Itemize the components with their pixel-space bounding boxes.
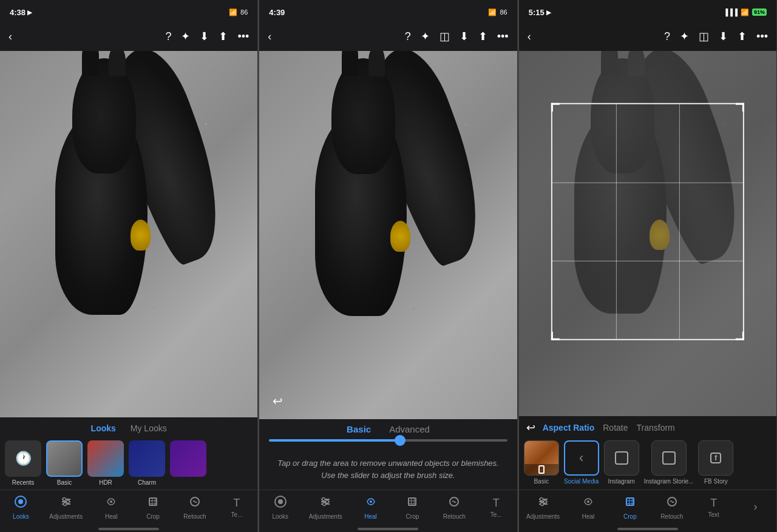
aspect-instagram[interactable]: Instagram	[604, 440, 639, 485]
nav-adjustments-3[interactable]: Adjustments	[526, 495, 560, 520]
nav-text-1[interactable]: T Te...	[223, 497, 250, 518]
svg-point-7	[63, 503, 66, 506]
nav-adjustments-1[interactable]: Adjustments	[49, 495, 83, 520]
ear-left-2	[342, 51, 359, 76]
crop-top-row: ↩ Aspect Ratio Rotate Transform	[519, 416, 776, 437]
aspect-instagram-stories[interactable]: Instagram Storie...	[644, 440, 694, 485]
nav-retouch-2[interactable]: Retouch	[441, 495, 467, 520]
status-time-3: 5:15 ▶	[529, 8, 551, 17]
nav-heal-label-3: Heal	[582, 513, 595, 520]
undo-button-2[interactable]: ↩	[268, 389, 288, 413]
nav-crop-2[interactable]: Crop	[399, 495, 426, 520]
nav-crop-label-1: Crop	[146, 513, 160, 520]
look-item-basic[interactable]: Basic	[46, 440, 83, 486]
squirrel-body-1	[39, 58, 206, 315]
nav-heal-1[interactable]: Heal	[98, 495, 124, 520]
nav-looks-icon-2	[274, 495, 287, 511]
share-icon-1[interactable]: ⬆	[219, 30, 228, 43]
svg-point-36	[587, 500, 589, 503]
transform-tab[interactable]: Transform	[636, 423, 674, 433]
panel-2: 4:39 📶 86 ‹ ? ✦ ◫ ⬇ ⬆ •••	[259, 0, 517, 532]
back-button-2[interactable]: ‹	[268, 30, 271, 43]
magic-icon-1[interactable]: ✦	[181, 30, 190, 43]
more-icon-3[interactable]: •••	[756, 30, 768, 43]
looks-tab-my-looks[interactable]: My Looks	[131, 423, 167, 433]
magic-icon-3[interactable]: ✦	[680, 30, 689, 43]
slider-thumb	[395, 435, 405, 446]
looks-tab-looks[interactable]: Looks	[91, 423, 116, 433]
aspect-fb-story[interactable]: f FB Story	[698, 440, 733, 485]
nav-heal-3[interactable]: Heal	[575, 495, 602, 520]
nav-looks-icon	[14, 495, 27, 511]
aspect-thumb-ig-stories	[651, 440, 687, 476]
compare-icon-3[interactable]: ◫	[699, 30, 709, 43]
nav-more-3[interactable]: ›	[742, 500, 769, 515]
magic-icon-2[interactable]: ✦	[421, 30, 430, 43]
photo-area-1	[0, 51, 257, 417]
nav-looks-label: Looks	[13, 513, 29, 520]
home-indicator-1	[0, 528, 257, 532]
nav-retouch-label-2: Retouch	[443, 513, 466, 520]
look-label-charm: Charm	[138, 479, 156, 486]
download-icon-1[interactable]: ⬇	[200, 30, 209, 43]
aspect-ratio-tab[interactable]: Aspect Ratio	[543, 423, 595, 433]
aspect-social-media[interactable]: ‹ Social Media	[564, 440, 599, 485]
status-bar-2: 4:39 📶 86	[259, 0, 517, 22]
brush-size-slider[interactable]	[269, 439, 507, 442]
look-item-recents[interactable]: 🕐 Recents	[5, 440, 41, 486]
help-icon-3[interactable]: ?	[664, 30, 670, 43]
look-item-charm[interactable]: Charm	[129, 440, 165, 486]
nav-looks[interactable]: Looks	[7, 495, 34, 520]
aspect-label-fb: FB Story	[704, 478, 728, 485]
nav-adjustments-icon-2	[319, 495, 332, 511]
help-icon-1[interactable]: ?	[165, 30, 171, 43]
nav-retouch-3[interactable]: Retouch	[659, 495, 685, 520]
undo-button-3[interactable]: ↩	[526, 421, 535, 434]
nav-crop-icon-3	[623, 495, 637, 511]
nav-heal-2[interactable]: Heal	[358, 495, 384, 520]
help-icon-2[interactable]: ?	[405, 30, 411, 43]
nav-crop-3[interactable]: Crop	[617, 495, 643, 520]
nav-adjustments-2[interactable]: Adjustments	[309, 495, 342, 520]
home-indicator-2	[259, 528, 517, 532]
ear-right-2	[368, 51, 385, 76]
svg-point-1	[18, 499, 23, 504]
squirrel-image-3	[519, 51, 776, 416]
nav-text-icon-2: T	[493, 497, 500, 510]
share-icon-2[interactable]: ⬆	[478, 30, 487, 43]
nav-crop-1[interactable]: Crop	[140, 495, 166, 520]
nav-retouch-1[interactable]: Retouch	[182, 495, 208, 520]
nav-crop-icon-1	[146, 495, 160, 511]
nav-looks-2[interactable]: Looks	[267, 495, 294, 520]
aspect-basic[interactable]: Basic	[524, 440, 559, 485]
aspect-label-basic: Basic	[534, 478, 548, 485]
svg-rect-24	[409, 498, 416, 505]
back-button-1[interactable]: ‹	[8, 30, 12, 43]
ear-right-1	[109, 51, 126, 76]
advanced-tab[interactable]: Advanced	[389, 424, 430, 434]
nav-text-3[interactable]: T Text	[701, 497, 727, 518]
share-icon-3[interactable]: ⬆	[738, 30, 747, 43]
basic-tab[interactable]: Basic	[347, 424, 371, 434]
ear-left-1	[82, 51, 99, 76]
download-icon-3[interactable]: ⬇	[719, 30, 728, 43]
photo-area-2: ↩	[259, 51, 517, 419]
more-icon-2[interactable]: •••	[497, 30, 509, 43]
look-thumb-more	[170, 440, 206, 477]
download-icon-2[interactable]: ⬇	[460, 30, 469, 43]
wifi-icon-3: 📶	[741, 8, 749, 16]
svg-point-6	[66, 500, 69, 503]
nav-text-2[interactable]: T Te...	[483, 497, 509, 518]
look-item-hdr[interactable]: HDR	[87, 440, 124, 486]
look-item-more[interactable]	[170, 440, 206, 486]
squirrel-body-2	[298, 58, 466, 316]
compare-icon-2[interactable]: ◫	[439, 30, 450, 43]
rotate-tab[interactable]: Rotate	[603, 423, 628, 433]
ear-right-3	[628, 51, 645, 76]
nav-text-label-2: Te...	[490, 511, 502, 518]
back-button-3[interactable]: ‹	[528, 30, 531, 43]
svg-point-16	[278, 499, 283, 504]
battery-2: 86	[500, 8, 507, 16]
bottom-area-1: Looks My Looks 🕐 Recents Basic HDR Charm	[0, 417, 257, 532]
more-icon-1[interactable]: •••	[237, 30, 249, 43]
